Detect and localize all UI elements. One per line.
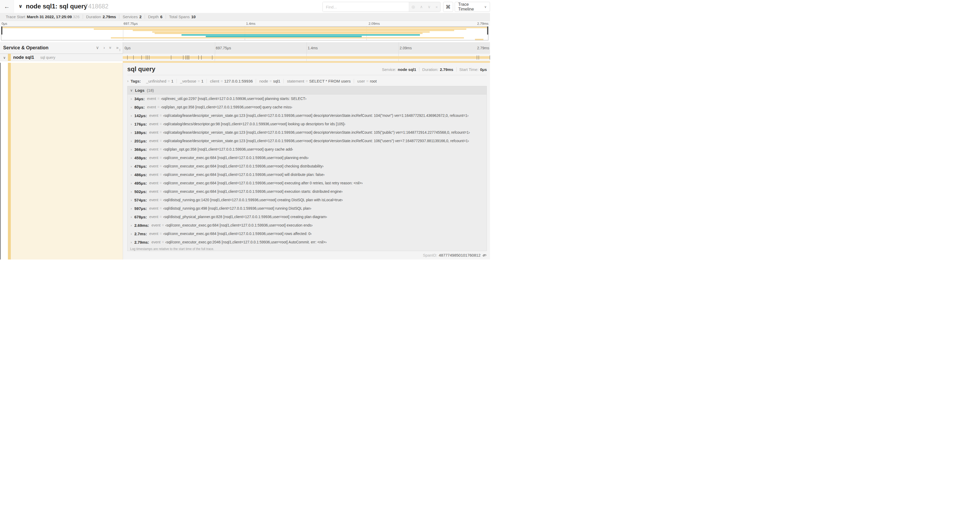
start-time-label: Start Time: <box>460 67 479 72</box>
service-color-strip <box>8 54 11 61</box>
log-event-value: ‹sql/conn_executor_exec.go:684 [nsql1,cl… <box>163 189 343 193</box>
expand-all-icon[interactable]: » <box>116 45 119 50</box>
log-field-name: event <box>150 181 158 185</box>
view-selector-button[interactable]: Trace Timeline ∨ <box>455 2 490 12</box>
collapse-all-icon[interactable]: » <box>108 47 113 49</box>
equals-sign: = <box>305 79 308 83</box>
log-event-value: ‹sql/conn_executor_exec.go:684 [nsql1,cl… <box>163 181 363 185</box>
tags-row[interactable]: › Tags: _unfinished = 1 _verbose = 1 <box>127 78 487 84</box>
back-button[interactable]: ← <box>0 0 14 13</box>
equals-sign: = <box>197 79 200 83</box>
meta-service: Service: node sql1 <box>379 67 419 72</box>
timeline-header-icons: ∨ › » » <box>96 45 119 50</box>
log-row[interactable]: › 495μs: event = ‹sql/conn_executor_exec… <box>127 179 487 187</box>
span-detail-title-row: sql query Service: node sql1 Duration: 2… <box>127 65 487 75</box>
log-row[interactable]: › 486μs: event = ‹sql/conn_executor_exec… <box>127 170 487 179</box>
log-event-mark <box>127 55 127 60</box>
tags-label: Tags: <box>130 79 141 83</box>
trace-title: node sql1: sql query <box>26 3 87 10</box>
log-row[interactable]: › 142μs: event = ‹sql/catalog/lease/desc… <box>127 111 487 120</box>
duration-label: Duration: <box>422 67 438 72</box>
log-event-value: ‹sql/catalog/lease/descriptor_version_st… <box>163 130 470 134</box>
log-row[interactable]: › 597μs: event = ‹sql/distsql_running.go… <box>127 204 487 212</box>
log-row[interactable]: › 80μs: event = ‹sql/plan_opt.go:358 [ns… <box>127 103 487 111</box>
match-highlight-icon[interactable]: ◎ <box>412 5 415 9</box>
logs-header[interactable]: ∨ Logs (18) <box>127 86 487 94</box>
collapse-trace-icon[interactable]: ∨ <box>18 3 22 9</box>
shortcuts-button[interactable]: ⌘ <box>443 2 453 12</box>
log-row[interactable]: › 459μs: event = ‹sql/conn_executor_exec… <box>127 153 487 162</box>
log-event-mark <box>183 55 183 60</box>
find-input[interactable] <box>323 2 409 11</box>
page-header: ← ∨ node sql1: sql query 7418682 ◎ ∧ ∨ ×… <box>0 0 490 13</box>
minimap-span-bar <box>475 39 483 40</box>
meta-start-time: Start Time: 0μs <box>456 67 487 72</box>
services-value: 2 <box>139 14 142 19</box>
log-field-name: event <box>151 223 161 227</box>
log-row[interactable]: › 176μs: event = ‹sql/catalog/descs/desc… <box>127 120 487 128</box>
collapse-one-icon[interactable]: ∨ <box>96 45 99 50</box>
expand-tags-icon[interactable]: › <box>127 79 129 83</box>
log-row[interactable]: › 2.7ms: event = ‹sql/conn_executor_exec… <box>127 230 487 238</box>
span-id-value: 4877749850101760812 <box>439 253 480 257</box>
trace-start-value: March 31 2022, 17:25:09 <box>27 14 72 19</box>
log-event-mark <box>201 55 202 60</box>
tag-value: 1 <box>171 79 173 83</box>
next-match-icon[interactable]: ∨ <box>428 5 431 9</box>
viewport-right-handle[interactable] <box>487 27 488 35</box>
equals-sign: = <box>160 139 162 143</box>
expand-one-icon[interactable]: › <box>103 45 105 50</box>
equals-sign: = <box>160 130 162 134</box>
log-field-name: event <box>147 96 156 101</box>
log-timestamp: 476μs: <box>134 164 147 169</box>
equals-sign: = <box>160 156 162 160</box>
log-field-name: event <box>150 156 158 160</box>
log-timestamp: 459μs: <box>134 156 147 160</box>
minimap-tick-50: 1.4ms <box>246 22 255 26</box>
row-collapse-icon[interactable]: ∨ <box>3 56 6 60</box>
log-row[interactable]: › 189μs: event = ‹sql/catalog/lease/desc… <box>127 128 487 137</box>
expand-log-icon: › <box>130 198 134 202</box>
row-service-name: node sql1 <box>13 55 34 60</box>
prev-match-icon[interactable]: ∧ <box>420 5 423 9</box>
copy-link-icon[interactable] <box>482 253 486 257</box>
equals-sign: = <box>160 232 162 236</box>
log-field-name: event <box>150 164 158 168</box>
trace-timeline-page: ← ∨ node sql1: sql query 7418682 ◎ ∧ ∨ ×… <box>0 0 490 260</box>
log-row[interactable]: › 2.69ms: event = ‹sql/conn_executor_exe… <box>127 221 487 230</box>
log-timestamp: 80μs: <box>134 105 145 109</box>
log-row[interactable]: › 476μs: event = ‹sql/conn_executor_exec… <box>127 162 487 170</box>
trace-start-group: Trace Start March 31 2022, 17:25:09 .326 <box>3 14 83 19</box>
log-row[interactable]: › 502μs: event = ‹sql/conn_executor_exec… <box>127 187 487 196</box>
expand-log-icon: › <box>130 173 134 177</box>
log-row[interactable]: › 34μs: event = ‹sql/exec_util.go:2297 [… <box>127 94 487 103</box>
expand-log-icon: › <box>130 156 134 160</box>
timeline-minimap[interactable] <box>1 26 488 40</box>
equals-sign: = <box>157 105 159 109</box>
log-row[interactable]: › 201μs: event = ‹sql/catalog/lease/desc… <box>127 137 487 145</box>
span-row-node-sql1[interactable]: ∨ node sql1 sql query <box>0 54 490 61</box>
log-row[interactable]: › 678μs: event = ‹sql/distsql_physical_p… <box>127 212 487 221</box>
services-group: Services 2 <box>119 14 145 19</box>
tag-key: node <box>259 79 268 83</box>
expand-log-icon: › <box>130 206 134 211</box>
equals-sign: = <box>269 79 272 83</box>
log-row[interactable]: › 2.79ms: event = ‹sql/conn_executor_exe… <box>127 238 487 246</box>
log-event-value: ‹sql/distsql_running.go:498 [nsql1,clien… <box>163 206 312 211</box>
span-duration-bar[interactable] <box>123 56 490 59</box>
span-id-label: SpanID: <box>423 253 437 257</box>
log-row[interactable]: › 574μs: event = ‹sql/distsql_running.go… <box>127 196 487 204</box>
log-event-value: ‹sql/conn_executor_exec.go:684 [nsql1,cl… <box>165 223 313 227</box>
minimap-span-bar <box>1 27 488 28</box>
start-time-value: 0μs <box>480 67 487 72</box>
clear-find-icon[interactable]: × <box>436 5 438 9</box>
span-id-row: SpanID: 4877749850101760812 <box>423 253 486 257</box>
viewport-left-handle[interactable] <box>1 27 2 35</box>
expand-log-icon: › <box>130 131 134 134</box>
total-spans-label: Total Spans <box>169 14 190 19</box>
tag-item: _unfinished = 1 <box>143 79 177 83</box>
minimap-span-bar <box>133 30 454 31</box>
log-row[interactable]: › 366μs: event = ‹sql/plan_opt.go:358 [n… <box>127 145 487 153</box>
column-resizer-handle[interactable]: ‖ <box>119 48 120 52</box>
log-event-mark <box>133 55 134 60</box>
